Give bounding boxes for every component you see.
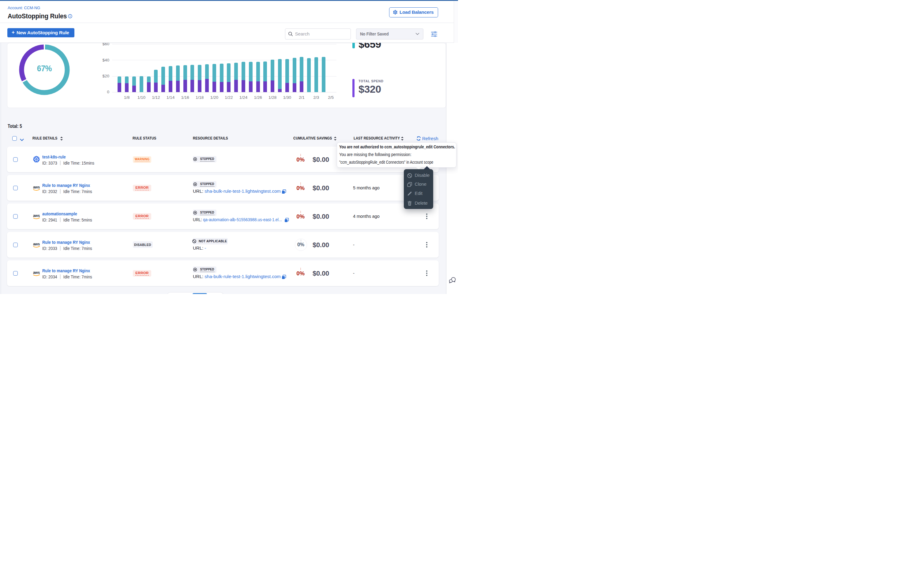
svg-text:aws: aws	[33, 213, 40, 218]
svg-text:aws: aws	[33, 242, 40, 246]
svg-text:aws: aws	[33, 270, 40, 275]
svg-text:aws: aws	[33, 185, 40, 189]
